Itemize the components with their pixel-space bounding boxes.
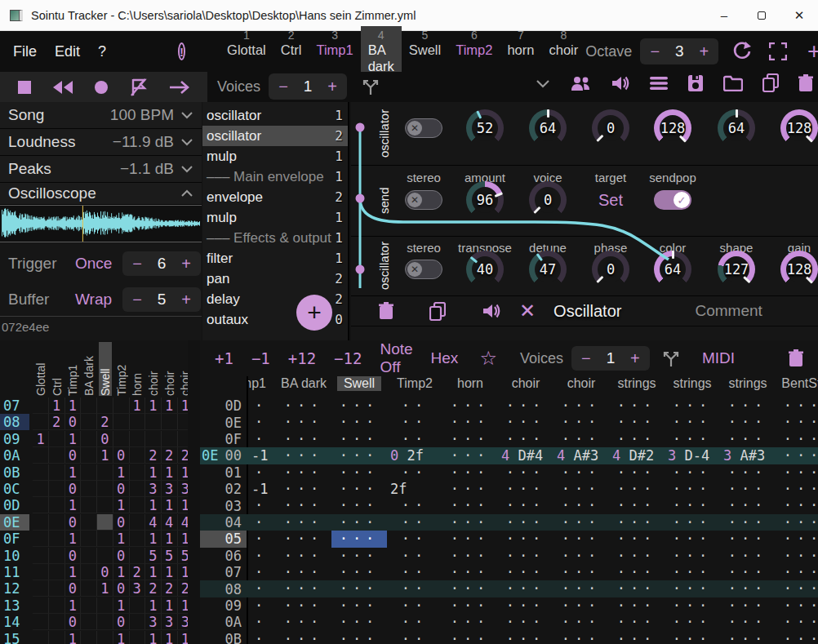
order-cell[interactable]: 0 bbox=[97, 431, 113, 447]
order-cell[interactable]: 0 bbox=[113, 514, 130, 531]
pattern-cell[interactable]: ··· bbox=[276, 631, 331, 644]
order-cell[interactable] bbox=[81, 614, 97, 630]
pattern-cell[interactable]: ··· bbox=[247, 548, 276, 564]
pattern-cell[interactable]: ··· bbox=[442, 564, 498, 580]
order-cell[interactable]: 0 bbox=[64, 514, 81, 531]
pattern-cell[interactable]: ··· bbox=[609, 414, 665, 430]
order-cell[interactable]: 3 bbox=[177, 614, 188, 630]
pattern-cell[interactable]: ·· bbox=[387, 631, 442, 644]
order-cell[interactable]: 4 bbox=[145, 514, 162, 531]
pattern-cell[interactable]: ··· bbox=[665, 597, 720, 614]
pattern-cell[interactable]: ··· bbox=[331, 548, 387, 564]
order-row-label[interactable]: 0A bbox=[0, 447, 29, 464]
order-cell[interactable]: 1 bbox=[64, 398, 81, 414]
pattern-cell[interactable]: ··· bbox=[331, 431, 387, 447]
pattern-cell[interactable]: ··· bbox=[776, 631, 818, 644]
pattern-track-header-horn[interactable]: horn bbox=[442, 376, 498, 391]
order-column-header-timp1[interactable]: Timp1 bbox=[66, 342, 79, 396]
follow-off-icon[interactable] bbox=[129, 78, 149, 96]
pattern-cell[interactable]: ·· bbox=[387, 431, 442, 447]
order-cell[interactable]: 1 bbox=[162, 631, 178, 644]
collapse-icon[interactable] bbox=[180, 189, 193, 198]
pattern-cell[interactable]: ··· bbox=[442, 414, 498, 430]
stop-icon[interactable] bbox=[17, 80, 32, 95]
pattern-cell[interactable]: ··· bbox=[276, 497, 331, 513]
order-cell[interactable] bbox=[49, 431, 65, 447]
order-cell[interactable] bbox=[129, 531, 145, 547]
order-cell[interactable]: 1 bbox=[177, 398, 188, 414]
order-cell[interactable] bbox=[81, 548, 97, 564]
pattern-row-gutter[interactable]: 0A bbox=[200, 614, 247, 630]
order-cell[interactable] bbox=[97, 398, 113, 414]
order-cell[interactable]: 1 bbox=[177, 497, 188, 513]
order-cell[interactable] bbox=[49, 481, 65, 497]
fullscreen-icon[interactable] bbox=[766, 42, 790, 60]
pattern-cell[interactable]: ··· bbox=[276, 481, 331, 497]
pattern-cell[interactable]: ··· bbox=[331, 398, 387, 414]
hex-button[interactable]: Hex bbox=[431, 349, 459, 367]
pattern-cell[interactable]: ··· bbox=[665, 580, 720, 597]
toggle-stereo[interactable]: ✕ bbox=[405, 190, 442, 210]
pattern-cell[interactable]: ··· bbox=[498, 564, 553, 580]
pattern-cell[interactable]: 2f bbox=[387, 481, 442, 497]
open-folder-icon[interactable] bbox=[723, 75, 743, 91]
knob-param1[interactable]: 52 bbox=[466, 109, 504, 147]
pattern-cell[interactable]: ··· bbox=[553, 564, 609, 580]
pattern-cell[interactable]: ··· bbox=[247, 514, 276, 531]
order-cell[interactable]: 1 bbox=[129, 398, 145, 414]
pattern-cell[interactable]: ··· bbox=[776, 614, 818, 630]
pattern-voices-minus[interactable]: − bbox=[575, 349, 598, 368]
transpose-plus1-button[interactable]: +1 bbox=[215, 349, 233, 367]
pattern-row-gutter[interactable]: 0F bbox=[200, 431, 247, 447]
pattern-cell[interactable]: ··· bbox=[553, 531, 609, 547]
note-off-button[interactable]: Note Off bbox=[380, 340, 412, 376]
order-cell[interactable] bbox=[33, 514, 49, 531]
pattern-cell[interactable]: ·· bbox=[387, 414, 442, 430]
buffer-plus-button[interactable]: + bbox=[175, 291, 198, 309]
pattern-cell[interactable]: ··· bbox=[553, 398, 609, 414]
pattern-cell[interactable]: ··· bbox=[553, 431, 609, 447]
pattern-cell[interactable]: ··· bbox=[609, 481, 665, 497]
transpose-plus12-button[interactable]: +12 bbox=[288, 349, 316, 367]
pattern-row-gutter[interactable]: 03 bbox=[200, 497, 247, 513]
order-cell[interactable] bbox=[33, 414, 49, 430]
pattern-cell[interactable]: ··· bbox=[720, 548, 776, 564]
order-row-label[interactable]: 09 bbox=[0, 431, 29, 447]
pattern-cell[interactable]: ··· bbox=[609, 631, 665, 644]
pattern-track-header-bentstr[interactable]: BentStr bbox=[776, 376, 818, 391]
order-cell[interactable]: 1 bbox=[145, 497, 162, 513]
order-cell[interactable]: 1 bbox=[177, 631, 188, 644]
instrument-tab-timp2[interactable]: 6 Timp2 bbox=[448, 26, 500, 77]
order-cell[interactable] bbox=[129, 447, 145, 464]
order-cell[interactable]: 0 bbox=[64, 548, 81, 564]
order-cell[interactable]: 1 bbox=[97, 580, 113, 597]
pattern-cell[interactable]: ··· bbox=[247, 464, 276, 481]
order-cell[interactable] bbox=[33, 447, 49, 464]
oscilloscope-header[interactable]: Oscilloscope bbox=[8, 184, 96, 202]
delete-icon[interactable] bbox=[798, 74, 813, 92]
order-row-label[interactable]: 12 bbox=[0, 580, 29, 597]
knob-shape[interactable]: 127 bbox=[718, 251, 755, 288]
order-cell[interactable]: 1 bbox=[177, 531, 188, 547]
pattern-track-header-strings[interactable]: strings bbox=[720, 376, 776, 391]
expand-chevron-icon[interactable] bbox=[180, 165, 193, 173]
order-cell[interactable]: 3 bbox=[162, 481, 178, 497]
order-cell[interactable] bbox=[49, 564, 65, 580]
copy-icon[interactable] bbox=[762, 73, 779, 92]
copy-unit-icon[interactable] bbox=[411, 302, 446, 321]
menu-edit[interactable]: Edit bbox=[55, 43, 80, 60]
order-cell[interactable]: 0 bbox=[113, 447, 130, 464]
order-cell[interactable]: 1 bbox=[33, 431, 49, 447]
order-cell[interactable]: 4 bbox=[177, 514, 188, 531]
pattern-cell[interactable]: ··· bbox=[665, 564, 720, 580]
pattern-cell[interactable]: ··· bbox=[276, 531, 331, 547]
pattern-cell[interactable]: ··· bbox=[442, 447, 498, 464]
voices-plus-button[interactable]: + bbox=[321, 78, 344, 96]
pattern-row-gutter[interactable]: 0E00 bbox=[200, 447, 247, 464]
pattern-cell[interactable]: ··· bbox=[498, 597, 553, 614]
order-cell[interactable] bbox=[129, 614, 145, 630]
unit-list-item-mulp[interactable]: mulp 1 bbox=[202, 207, 348, 228]
instrument-tab-timp1[interactable]: 3 Timp1 bbox=[309, 26, 360, 77]
pattern-cell[interactable]: ··· bbox=[498, 631, 553, 644]
pattern-cell[interactable]: ·· bbox=[387, 597, 442, 614]
